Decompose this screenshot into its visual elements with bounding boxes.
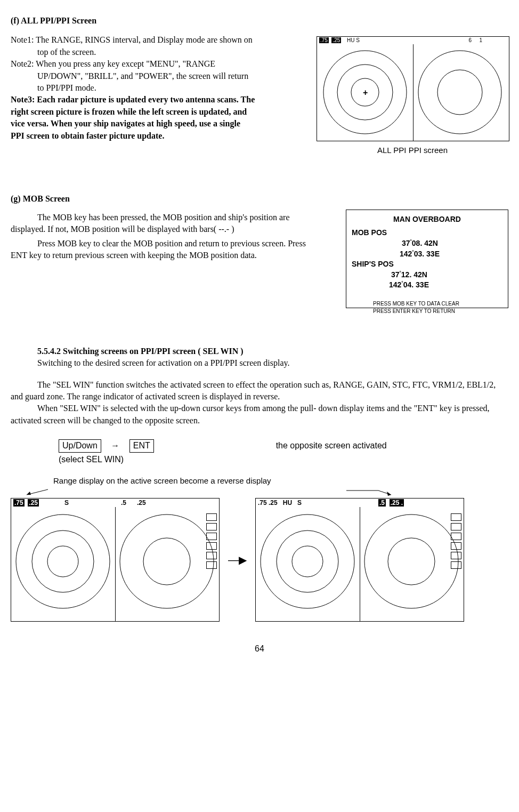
page-number: 64 [11, 643, 508, 655]
note2-text1: When you press any key except "MENU", "R… [34, 59, 216, 68]
ppi-vdivider [413, 44, 413, 141]
range-caption: Range display on the active screen becom… [53, 475, 508, 486]
right-hdr-left: .75 .25 HU S [258, 499, 302, 508]
note2-label: Note2: [11, 59, 34, 68]
svg-point-10 [16, 514, 110, 608]
mob-foot1: PRESS MOB KEY TO DATA CLEAR [373, 300, 502, 308]
pointer-arrow-left [21, 488, 48, 499]
dual-left-rings-r [119, 513, 215, 609]
ppi-caption: ALL PPI PPI screen [317, 144, 508, 156]
svg-point-3 [418, 51, 501, 134]
dual-row: .75 .25 S .5 .25 [11, 498, 508, 622]
arrow-icon: → [111, 441, 119, 450]
dual-box-left: .75 .25 S .5 .25 [11, 498, 220, 622]
ppi-rings-left: + [322, 50, 408, 135]
g-para2: Press MOB key to clear the MOB position … [11, 238, 314, 262]
sequence-line: Up/Down → ENT the opposite screen activa… [59, 439, 508, 465]
pointer-row [11, 488, 508, 495]
svg-point-19 [388, 538, 435, 585]
ent-button[interactable]: ENT [129, 439, 154, 452]
right-hdr-hu: HU [283, 499, 292, 507]
mob-pos-label: MOB POS [352, 228, 502, 238]
ppi-hdr-75: .75 [319, 37, 329, 43]
select-text: (select SEL WIN) [59, 454, 508, 465]
right-hdr-525: .5 .25 . [378, 499, 404, 508]
mob-lon: 142°03. 33E [400, 249, 502, 260]
ppi-hdr-6: 6 [468, 37, 472, 44]
svg-point-15 [261, 514, 354, 608]
left-hdr-25b: .25 [137, 499, 146, 508]
sec5542-line3: When "SEL WIN" is selected with the up-d… [11, 403, 508, 427]
ppi-box: .75 .25 HU S 6 1 + [317, 36, 509, 141]
dual-left-vdiv [115, 507, 116, 621]
left-hdr-25: .25 [28, 499, 39, 507]
section-g-title: (g) MOB Screen [11, 193, 508, 205]
right-hdr-25: .25 . [390, 499, 404, 507]
ship-lat: 37°12. 42N [389, 270, 502, 280]
left-hdr-s: S [64, 499, 69, 508]
dual-left-rings-l [15, 513, 111, 609]
right-hdr-7525: .75 .25 [258, 499, 278, 507]
note1-text1: The RANGE, RINGS interval, and Display m… [34, 35, 253, 44]
svg-point-18 [364, 514, 458, 608]
ppi-hdr-left: .75 .25 [319, 37, 341, 44]
note1-label: Note1: [11, 35, 34, 44]
right-hdr-5: .5 [378, 499, 386, 507]
mob-box: MAN OVERBOARD MOB POS 37°08. 42N 142°03.… [346, 210, 508, 308]
dual-box-right: .75 .25 HU S .5 .25 . [255, 498, 464, 622]
svg-point-17 [292, 546, 323, 577]
updown-button[interactable]: Up/Down [59, 439, 101, 452]
pointer-arrow-right [346, 488, 394, 499]
svg-point-11 [32, 530, 94, 592]
right-side-marks [451, 513, 461, 569]
mid-arrow-icon: —▶ [226, 552, 249, 567]
ppi-header: .75 .25 HU S 6 1 [317, 37, 509, 44]
dual-right-vdiv [360, 507, 360, 621]
svg-point-4 [437, 70, 482, 115]
mob-title: MAN OVERBOARD [352, 214, 502, 225]
ppi-hdr-1: 1 [479, 37, 482, 44]
right-hdr-s: S [297, 499, 302, 507]
sec5542-line2: The "SEL WIN" function switches the acti… [11, 379, 508, 403]
svg-marker-6 [27, 492, 31, 495]
mob-foot2: PRESS ENTER KEY TO RETURN [373, 308, 502, 315]
result-text: the opposite screen activated [276, 441, 387, 450]
svg-point-16 [277, 530, 338, 592]
dual-right-rings-r [363, 513, 459, 609]
left-hdr-7525: .75 .25 [13, 499, 39, 508]
section-f-title: (f) ALL PPI/PPI Screen [11, 15, 508, 27]
mob-lat: 37°08. 42N [400, 238, 502, 249]
ppi-hdr-hus: HU S [347, 37, 360, 44]
ppi-plus: + [363, 87, 368, 99]
svg-marker-9 [387, 492, 391, 496]
left-hdr-75: .75 [13, 499, 25, 507]
ship-pos-label: SHIP'S POS [352, 259, 502, 270]
ppi-figure: .75 .25 HU S 6 1 + ALL PP [317, 36, 508, 156]
svg-point-12 [47, 546, 78, 577]
dual-right-rings-l [260, 513, 355, 609]
left-side-marks [206, 513, 217, 569]
ppi-hdr-25: .25 [331, 37, 341, 43]
g-para1: The MOB key has been pressed, the MOB po… [11, 212, 314, 236]
sec5542-line1: Switching to the desired screen for acti… [37, 357, 508, 369]
sec5542-title: 5.5.4.2 Switching screens on PPI/PPI scr… [37, 345, 508, 357]
left-hdr-5: .5 [121, 499, 126, 508]
ship-lon: 142°04. 33E [389, 280, 502, 291]
svg-point-14 [143, 538, 190, 585]
ppi-rings-right [417, 50, 502, 135]
svg-point-13 [120, 514, 214, 608]
